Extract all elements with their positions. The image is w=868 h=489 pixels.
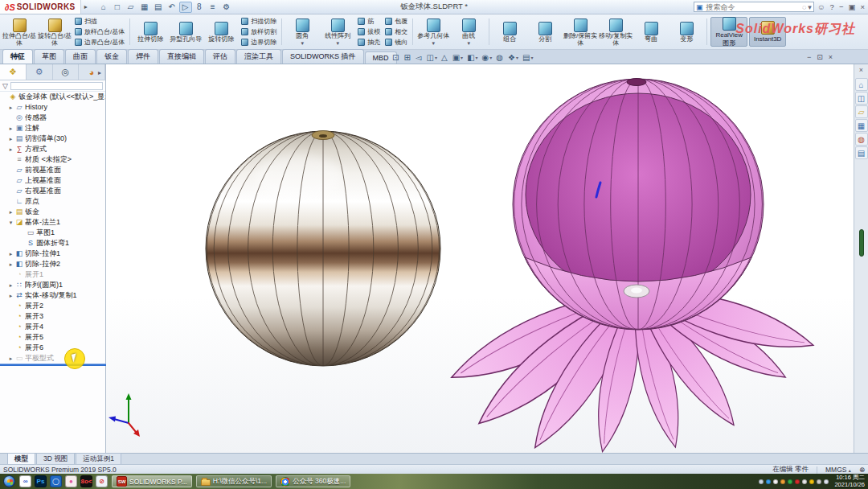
tray-icon[interactable] bbox=[795, 479, 800, 484]
hole-wizard-button[interactable]: 异型孔向导 bbox=[168, 20, 203, 43]
reference-geometry-button[interactable]: 参考几何体 bbox=[416, 17, 451, 46]
window-control-button[interactable]: ? bbox=[830, 2, 834, 11]
tree-item[interactable]: ▸ ▤ 钣金 bbox=[0, 207, 105, 217]
delete-keep-body-button[interactable]: 删除/保留实体 bbox=[563, 17, 598, 47]
revolved-cut-button[interactable]: 旋转切除 bbox=[203, 20, 239, 43]
command-tab[interactable]: SOLIDWORKS 插件 bbox=[282, 49, 364, 64]
tree-item[interactable]: ▸ ▣ 注解 bbox=[0, 123, 105, 134]
tree-item[interactable]: ▸ ▱ History bbox=[0, 102, 105, 113]
expand-arrow-icon[interactable]: ▸ bbox=[8, 259, 14, 269]
draft-button[interactable]: 拔模 bbox=[358, 27, 380, 36]
tree-item[interactable]: ▸ ▤ 切割清单(30) bbox=[0, 134, 105, 144]
tree-item[interactable]: ▾ ◪ 基体-法兰1 bbox=[0, 217, 105, 228]
heads-up-button[interactable]: ⊡ bbox=[392, 53, 399, 62]
taskbar-button-browser[interactable]: 公众号 360极速... bbox=[276, 475, 350, 487]
rib-button[interactable]: 筋 bbox=[358, 17, 380, 26]
tree-item[interactable]: ◈ 钣金球体 (默认<<默认>_显示状态 1>) bbox=[0, 92, 105, 102]
boundary-boss-button[interactable]: 边界凸台/基体 bbox=[75, 38, 125, 47]
tray-icon[interactable] bbox=[802, 479, 807, 484]
tree-item[interactable]: ◔ 展开2 bbox=[0, 301, 105, 311]
search-caret-icon[interactable]: ▾ bbox=[808, 3, 812, 11]
expand-arrow-icon[interactable]: ▸ bbox=[8, 134, 14, 144]
window-control-button[interactable]: ▣ bbox=[848, 2, 855, 11]
heads-up-button[interactable]: ◅ bbox=[416, 53, 423, 62]
swept-boss-button[interactable]: 扫描 bbox=[75, 17, 125, 26]
quick-access-button[interactable]: ⌂ bbox=[97, 2, 110, 13]
window-control-button[interactable]: ☺ bbox=[817, 2, 825, 11]
pink-sheet-metal-sphere[interactable] bbox=[513, 79, 764, 331]
panel-more-arrow[interactable]: ▸ bbox=[94, 64, 105, 80]
units-selector[interactable]: MMGS ▴ bbox=[825, 466, 851, 474]
tree-item[interactable]: ≡ 材质 <未指定> bbox=[0, 154, 105, 165]
panel-tab[interactable]: ⚙ bbox=[27, 64, 53, 80]
lofted-cut-button[interactable]: 放样切割 bbox=[241, 27, 276, 36]
revolved-boss-button[interactable]: 旋转凸台/基体 bbox=[37, 17, 72, 47]
tree-item[interactable]: ◔ 展开5 bbox=[0, 332, 105, 343]
linear-pattern-button[interactable]: 线性阵列 bbox=[320, 17, 355, 46]
heads-up-button[interactable]: ◉ ▾ bbox=[482, 53, 493, 62]
panel-tab[interactable]: ❖ bbox=[0, 64, 27, 80]
quick-access-button[interactable]: 8 bbox=[193, 2, 206, 13]
tree-item[interactable]: ◎ 传感器 bbox=[0, 113, 105, 123]
tray-icon[interactable] bbox=[809, 479, 814, 484]
tray-icon[interactable] bbox=[766, 479, 771, 484]
tray-icon[interactable] bbox=[780, 479, 785, 484]
graphics-viewport[interactable] bbox=[106, 64, 854, 453]
quick-access-button[interactable]: ▱ bbox=[125, 2, 137, 13]
lofted-boss-button[interactable]: 放样凸台/基体 bbox=[75, 27, 125, 36]
tree-item[interactable]: ▸ ⇄ 实体-移动/复制1 bbox=[0, 290, 105, 301]
tree-item[interactable]: ▸ ◧ 切除-拉伸1 bbox=[0, 249, 105, 259]
task-pane-tab[interactable]: ▱ bbox=[855, 105, 868, 118]
heads-up-button[interactable]: ◫ ▾ bbox=[426, 53, 436, 62]
expand-arrow-icon[interactable]: ▸ bbox=[8, 353, 14, 364]
mirror-button[interactable]: 镜向 bbox=[385, 38, 407, 47]
panel-tab[interactable]: ◎ bbox=[53, 64, 80, 80]
taskbar-app-icon[interactable]: ⊘ bbox=[96, 475, 108, 487]
tree-item[interactable]: ◔ 展开4 bbox=[0, 322, 105, 332]
split-button[interactable]: 分割 bbox=[527, 20, 563, 43]
taskbar-app-icon[interactable]: ◯ bbox=[50, 475, 62, 487]
task-pane-tab[interactable]: ◍ bbox=[855, 133, 868, 146]
heads-up-button[interactable]: ▣ ▾ bbox=[452, 53, 463, 62]
task-pane-close-icon[interactable]: × bbox=[859, 66, 863, 77]
view-tab[interactable]: 模型 bbox=[7, 453, 35, 465]
expand-arrow-icon[interactable]: ▸ bbox=[8, 280, 14, 290]
tree-item[interactable]: ◔ 展开3 bbox=[0, 311, 105, 322]
intersect-button[interactable]: 相交 bbox=[385, 27, 407, 36]
tree-item[interactable]: ▸ ∷ 阵列(圆周)1 bbox=[0, 280, 105, 290]
expand-arrow-icon[interactable]: ▸ bbox=[8, 102, 14, 113]
taskbar-button-folder[interactable]: H:\微信公众号\1... bbox=[196, 475, 272, 487]
tree-item[interactable]: ◔ 展开1 bbox=[0, 269, 105, 280]
tray-icon[interactable] bbox=[788, 479, 792, 484]
tree-item[interactable]: ▸ ◧ 切除-拉伸2 bbox=[0, 259, 105, 269]
tree-item[interactable]: ▸ ∑ 方程式 bbox=[0, 144, 105, 154]
quick-access-button[interactable]: □ bbox=[111, 2, 124, 13]
shell-button[interactable]: 抽壳 bbox=[358, 38, 380, 47]
quick-access-button[interactable]: ≡ bbox=[207, 2, 219, 13]
view-tab[interactable]: 运动算例1 bbox=[76, 453, 121, 465]
search-input[interactable] bbox=[704, 2, 800, 12]
move-copy-body-button[interactable]: 移动/复制实体 bbox=[598, 17, 633, 47]
combine-button[interactable]: 组合 bbox=[492, 20, 527, 43]
deform-button[interactable]: 变形 bbox=[669, 20, 704, 43]
tree-item[interactable]: ◔ 展开6 bbox=[0, 343, 105, 353]
taskbar-app-icon[interactable]: 8o< bbox=[80, 475, 92, 487]
expand-arrow-icon[interactable]: ▸ bbox=[8, 290, 14, 301]
tree-item[interactable]: ▸ ▭ 平板型式 bbox=[0, 353, 105, 364]
menu-flyout-arrow[interactable]: ▸ bbox=[81, 3, 91, 10]
expand-arrow-icon[interactable]: ▸ bbox=[8, 123, 14, 134]
document-window-control[interactable]: × bbox=[829, 53, 833, 61]
tree-item[interactable]: ▱ 上视基准面 bbox=[0, 175, 105, 186]
flex-button[interactable]: 弯曲 bbox=[633, 20, 669, 43]
tree-item[interactable]: S 圆体折弯1 bbox=[0, 238, 105, 249]
taskbar-app-icon[interactable]: Ps bbox=[35, 475, 47, 487]
task-pane-tab[interactable]: ◫ bbox=[855, 92, 868, 105]
heads-up-button[interactable]: ◧ ▾ bbox=[467, 53, 477, 62]
search-icon[interactable]: ◌ bbox=[802, 3, 806, 11]
window-control-button[interactable]: − bbox=[839, 2, 844, 11]
scroll-thumb[interactable] bbox=[859, 229, 864, 257]
command-tab[interactable]: 特征 bbox=[2, 49, 33, 64]
command-tab[interactable]: 评估 bbox=[205, 49, 235, 64]
tray-icon[interactable] bbox=[824, 479, 829, 484]
tray-icon[interactable] bbox=[759, 479, 764, 484]
